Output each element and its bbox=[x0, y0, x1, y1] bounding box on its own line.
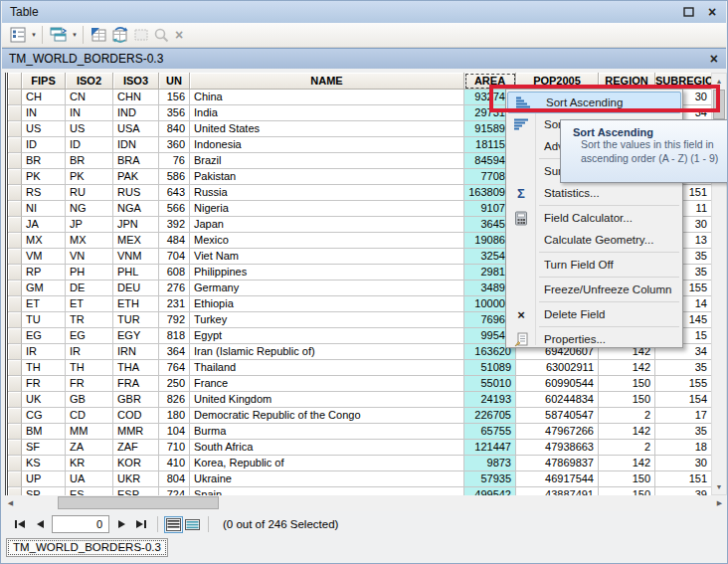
table-cell[interactable]: IN bbox=[66, 105, 113, 121]
table-cell[interactable]: 484 bbox=[159, 233, 190, 249]
table-cell[interactable]: 356 bbox=[159, 105, 190, 121]
table-cell[interactable]: 392 bbox=[159, 217, 190, 233]
table-cell[interactable]: DEU bbox=[113, 281, 159, 296]
table-cell[interactable]: 43887491 bbox=[516, 487, 599, 495]
row-selector[interactable] bbox=[8, 153, 22, 169]
table-cell[interactable]: 47938663 bbox=[516, 440, 599, 456]
row-selector[interactable] bbox=[8, 233, 22, 249]
table-cell[interactable]: MX bbox=[66, 233, 113, 249]
show-all-records-icon[interactable] bbox=[164, 516, 183, 533]
table-cell[interactable]: 63002911 bbox=[516, 360, 599, 376]
scroll-right-icon[interactable]: ▶ bbox=[712, 496, 727, 510]
related-tables-icon[interactable] bbox=[48, 24, 70, 46]
column-header-iso2[interactable]: ISO2 bbox=[66, 73, 113, 90]
table-cell[interactable]: Nigeria bbox=[190, 201, 464, 217]
table-cell[interactable]: 410 bbox=[159, 456, 190, 471]
row-selector[interactable] bbox=[8, 281, 22, 296]
table-cell[interactable]: MM bbox=[66, 424, 113, 440]
menu-item-freeze-unfreeze-column[interactable]: Freeze/Unfreeze Column bbox=[506, 279, 682, 300]
table-cell[interactable]: 643 bbox=[159, 185, 190, 201]
row-selector[interactable] bbox=[8, 185, 22, 201]
row-selector[interactable] bbox=[8, 296, 22, 312]
table-cell[interactable]: BRA bbox=[113, 153, 159, 169]
table-cell[interactable]: United Kingdom bbox=[190, 392, 464, 408]
table-cell[interactable]: PHL bbox=[113, 265, 159, 281]
table-cell[interactable]: Burma bbox=[190, 424, 464, 440]
table-cell[interactable]: 840 bbox=[159, 121, 190, 137]
table-cell[interactable]: TH bbox=[66, 360, 113, 376]
table-cell[interactable]: 60990544 bbox=[516, 376, 599, 392]
table-cell[interactable]: 17 bbox=[655, 408, 712, 424]
table-cell[interactable]: Japan bbox=[190, 217, 464, 233]
table-cell[interactable]: USA bbox=[113, 121, 159, 137]
table-cell[interactable]: ID bbox=[66, 137, 113, 153]
tab-tm-world-borders[interactable]: TM_WORLD_BORDERS-0.3 bbox=[6, 538, 168, 557]
table-cell[interactable]: 804 bbox=[159, 471, 190, 487]
table-cell[interactable]: BM bbox=[22, 424, 66, 440]
table-cell[interactable]: 2 bbox=[599, 440, 655, 456]
table-cell[interactable]: 150 bbox=[599, 487, 655, 495]
table-cell[interactable]: Indonesia bbox=[190, 137, 464, 153]
table-cell[interactable]: 710 bbox=[159, 440, 190, 456]
table-cell[interactable]: VNM bbox=[113, 249, 159, 265]
table-cell[interactable]: IDN bbox=[113, 137, 159, 153]
menu-item-field-calculator[interactable]: Field Calculator... bbox=[506, 207, 682, 229]
menu-item-delete-field[interactable]: ×Delete Field bbox=[506, 303, 682, 325]
horizontal-scrollbar-thumb[interactable] bbox=[58, 496, 219, 509]
table-cell[interactable]: 104 bbox=[159, 424, 190, 440]
table-cell[interactable]: UA bbox=[66, 471, 113, 487]
table-cell[interactable]: THA bbox=[113, 360, 159, 376]
first-record-icon[interactable] bbox=[10, 515, 30, 533]
maximize-icon[interactable] bbox=[678, 4, 698, 20]
table-cell[interactable]: EG bbox=[22, 328, 66, 344]
table-cell[interactable]: India bbox=[190, 105, 464, 121]
table-cell[interactable]: UKR bbox=[113, 471, 159, 487]
table-cell[interactable]: MX bbox=[22, 233, 66, 249]
table-cell[interactable]: KS bbox=[22, 456, 66, 471]
table-cell[interactable]: 276 bbox=[159, 281, 190, 296]
table-cell[interactable]: Turkey bbox=[190, 312, 464, 328]
table-cell[interactable]: Mexico bbox=[190, 233, 464, 249]
table-cell[interactable]: KR bbox=[66, 456, 113, 471]
row-selector[interactable] bbox=[8, 471, 22, 487]
table-cell[interactable]: ZAF bbox=[113, 440, 159, 456]
table-cell[interactable]: 51089 bbox=[464, 360, 516, 376]
table-cell[interactable]: CN bbox=[66, 90, 113, 105]
table-cell[interactable]: 155 bbox=[655, 376, 712, 392]
table-cell[interactable]: ET bbox=[22, 296, 66, 312]
table-cell[interactable]: Spain bbox=[190, 487, 464, 495]
table-cell[interactable]: 9873 bbox=[464, 456, 516, 471]
delete-selected-icon[interactable]: × bbox=[172, 27, 186, 43]
table-cell[interactable]: 121447 bbox=[464, 440, 516, 456]
related-tables-dropdown-icon[interactable]: ▼ bbox=[72, 32, 78, 38]
scroll-left-icon[interactable]: ◀ bbox=[3, 496, 18, 510]
table-cell[interactable]: KOR bbox=[113, 456, 159, 471]
table-cell[interactable]: ESP bbox=[113, 487, 159, 495]
table-cell[interactable]: 154 bbox=[655, 392, 712, 408]
table-cell[interactable]: 150 bbox=[599, 392, 655, 408]
row-selector[interactable] bbox=[8, 90, 22, 105]
table-cell[interactable]: 586 bbox=[159, 169, 190, 185]
table-cell[interactable]: EG bbox=[66, 328, 113, 344]
row-selector[interactable] bbox=[8, 249, 22, 265]
row-selector[interactable] bbox=[8, 344, 22, 360]
table-cell[interactable]: Ethiopia bbox=[190, 296, 464, 312]
row-selector[interactable] bbox=[8, 328, 22, 344]
table-cell[interactable]: SF bbox=[22, 440, 66, 456]
table-cell[interactable]: PH bbox=[66, 265, 113, 281]
table-cell[interactable]: NGA bbox=[113, 201, 159, 217]
table-cell[interactable]: IR bbox=[66, 344, 113, 360]
row-selector[interactable] bbox=[8, 487, 22, 495]
table-cell[interactable]: Pakistan bbox=[190, 169, 464, 185]
table-cell[interactable]: 60244834 bbox=[516, 392, 599, 408]
table-cell[interactable]: 180 bbox=[159, 408, 190, 424]
table-cell[interactable]: RS bbox=[22, 185, 66, 201]
table-cell[interactable]: RUS bbox=[113, 185, 159, 201]
row-selector[interactable] bbox=[8, 360, 22, 376]
table-cell[interactable]: CG bbox=[22, 408, 66, 424]
record-number-input[interactable] bbox=[52, 515, 109, 533]
table-cell[interactable]: TR bbox=[66, 312, 113, 328]
table-cell[interactable]: PK bbox=[22, 169, 66, 185]
table-cell[interactable]: 55010 bbox=[464, 376, 516, 392]
table-cell[interactable]: BR bbox=[66, 153, 113, 169]
